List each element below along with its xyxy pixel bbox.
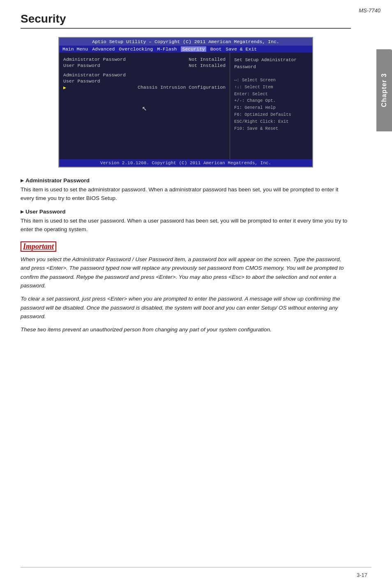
bios-sub-chassis: ▶ Chassis Intrusion Configuration: [63, 85, 226, 90]
important-paragraph-1: When you select the Administrator Passwo…: [21, 255, 351, 290]
bios-menu-bar: Main Menu Advanced Overclocking M-Flash …: [59, 46, 312, 53]
admin-pw-heading: Administrator Password: [21, 177, 351, 184]
key-change-opt: +/-: Change Opt.: [234, 97, 308, 104]
key-save-reset: F10: Save & Reset: [234, 125, 308, 132]
important-paragraph-2: To clear a set password, just press <Ent…: [21, 294, 351, 321]
bios-footer: Version 2.10.1208. Copyright (C) 2011 Am…: [59, 159, 312, 167]
user-pw-section: User Password This item is used to set t…: [21, 209, 351, 234]
bios-left-panel: Administrator Password Not Installed Use…: [59, 53, 230, 159]
bios-menu-save-exit: Save & Exit: [226, 46, 257, 52]
bios-menu-security: Security: [181, 46, 206, 52]
model-label: MS-7740: [359, 7, 380, 14]
bottom-divider: [21, 567, 371, 567]
bios-item-admin-pw-label: Administrator Password: [63, 57, 126, 62]
section-title: Security: [21, 12, 351, 29]
user-pw-heading: User Password: [21, 209, 351, 215]
key-select-screen: ↔: Select Screen: [234, 77, 308, 84]
key-select-item: ↑↓: Select Item: [234, 84, 308, 91]
page-number: 3-17: [357, 572, 367, 578]
bios-item-user-pw: User Password Not Installed: [63, 63, 226, 68]
bios-item-user-pw-value: Not Installed: [189, 63, 226, 68]
bios-menu-boot: Boot: [210, 46, 222, 52]
important-section: Important When you select the Administra…: [21, 241, 351, 334]
bios-screenshot: Aptio Setup Utility – Copyright (C) 2011…: [58, 37, 313, 168]
bios-menu-overclocking: Overclocking: [119, 46, 153, 52]
main-content: Security Aptio Setup Utility – Copyright…: [0, 0, 376, 350]
bios-sub-admin-pw-label: Administrator Password: [63, 72, 126, 78]
bios-item-admin-pw: Administrator Password Not Installed: [63, 57, 226, 62]
bios-title-bar: Aptio Setup Utility – Copyright (C) 2011…: [59, 38, 312, 46]
bios-sub-user-pw: User Password: [63, 78, 226, 84]
bios-menu-main: Main Menu: [62, 46, 88, 52]
bios-sub-admin-pw: Administrator Password: [63, 72, 226, 78]
bios-key-help: ↔: Select Screen ↑↓: Select Item Enter: …: [234, 77, 308, 132]
important-paragraph-3: These two items prevent an unauthorized …: [21, 325, 351, 334]
key-exit: ESC/Right Click: Exit: [234, 118, 308, 125]
bios-item-admin-pw-value: Not Installed: [189, 57, 226, 62]
chapter-tab: Chapter 3: [376, 49, 392, 131]
key-general-help: F1: General Help: [234, 104, 308, 111]
key-enter: Enter: Select: [234, 91, 308, 98]
bios-cursor: ↖: [63, 103, 226, 113]
user-pw-text: This item is used to set the user passwo…: [21, 217, 351, 234]
bios-pointer-icon: ▶: [63, 85, 66, 90]
important-title: Important: [21, 241, 56, 252]
bios-item-user-pw-label: User Password: [63, 63, 100, 68]
key-optimized: F6: Optimized Defaults: [234, 111, 308, 118]
bios-body: Administrator Password Not Installed Use…: [59, 53, 312, 159]
admin-pw-section: Administrator Password This item is used…: [21, 177, 351, 203]
bios-menu-advanced: Advanced: [92, 46, 115, 52]
admin-pw-text: This item is used to set the administrat…: [21, 186, 351, 203]
bios-right-panel: Set Setup AdministratorPassword ↔: Selec…: [230, 53, 312, 159]
bios-menu-mflash: M-Flash: [157, 46, 177, 52]
bios-right-help-text: Set Setup AdministratorPassword: [234, 57, 308, 70]
bios-sub-chassis-label: Chassis Intrusion Configuration: [138, 85, 226, 90]
bios-sub-user-pw-label: User Password: [63, 78, 100, 84]
